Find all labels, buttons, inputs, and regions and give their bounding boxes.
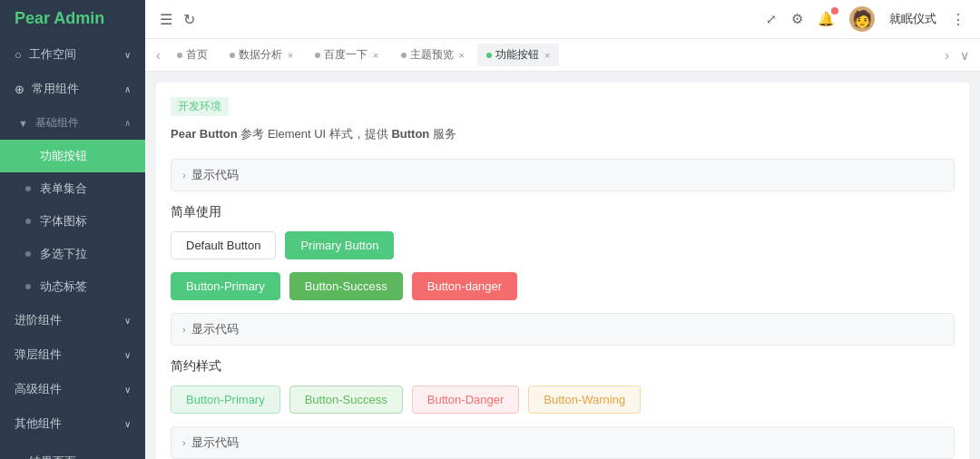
section-title-simple-use: 简单使用 (171, 204, 955, 220)
tab-data-analysis-dot (230, 53, 235, 58)
btn-danger-solid[interactable]: Button-danger (412, 272, 517, 300)
form-collection-label: 表单集合 (40, 181, 87, 197)
desc-bold1: Pear Button (171, 127, 238, 141)
btn-primary-light[interactable]: Button-Primary (171, 386, 280, 414)
basic-components-icon: ▼ (18, 118, 28, 129)
function-buttons-label: 功能按钮 (40, 148, 87, 164)
notification-icon[interactable]: 🔔 (818, 11, 835, 27)
section-title-compact: 简约样式 (171, 358, 955, 375)
expand-icon[interactable]: ⤢ (766, 12, 777, 26)
sidebar-item-basic-components[interactable]: ▼ 基础组件 ∧ (0, 106, 145, 140)
button-row-1: Default Button Primary Button (171, 231, 955, 259)
show-code-toggle-2[interactable]: › 显示代码 (171, 313, 955, 346)
sidebar-item-workspace[interactable]: ○ 工作空间 ∨ (0, 37, 145, 72)
show-code-label-2: 显示代码 (191, 321, 239, 337)
result-pages-icon: ○ (15, 455, 22, 460)
highlevel-chevron: ∨ (124, 385, 131, 395)
code-chevron-1: › (182, 170, 186, 181)
show-code-toggle-1[interactable]: › 显示代码 (171, 159, 955, 191)
sidebar-item-high-level-components[interactable]: 高级组件 ∨ (0, 372, 145, 406)
desc-text2: 服务 (433, 127, 456, 141)
menu-icon[interactable]: ☰ (160, 11, 172, 28)
show-code-toggle-3[interactable]: › 显示代码 (171, 426, 955, 459)
tabs-expand-btn[interactable]: ∨ (956, 46, 973, 64)
btn-success-light[interactable]: Button-Success (289, 386, 403, 414)
sidebar-item-advanced-components[interactable]: 进阶组件 ∨ (0, 303, 145, 337)
common-label: 常用组件 (32, 81, 79, 97)
tab-function-buttons[interactable]: 功能按钮 × (477, 44, 559, 66)
tab-baidu-dot (315, 53, 320, 58)
tabs-next-btn[interactable]: › (941, 46, 953, 64)
tab-home[interactable]: 首页 (168, 44, 217, 66)
popup-chevron: ∨ (124, 350, 131, 360)
basic-components-label: 基础组件 (35, 115, 79, 131)
basic-components-chevron: ∧ (124, 118, 131, 128)
sidebar-item-function-buttons[interactable]: 功能按钮 (0, 140, 145, 172)
highlevel-label: 高级组件 (15, 381, 62, 397)
tab-theme-preview[interactable]: 主题预览 × (392, 44, 474, 66)
sidebar-item-font-icons[interactable]: 字体图标 (0, 205, 145, 238)
tab-theme-preview-dot (401, 53, 407, 58)
btn-warning-light[interactable]: Button-Warning (528, 386, 641, 414)
function-buttons-dot (25, 153, 31, 159)
popup-label: 弹层组件 (15, 347, 62, 363)
more-icon[interactable]: ⋮ (951, 11, 965, 28)
tab-function-buttons-dot (486, 53, 492, 58)
tab-data-analysis[interactable]: 数据分析 × (220, 44, 302, 66)
workspace-label: 工作空间 (29, 46, 76, 63)
font-icons-dot (25, 219, 31, 224)
btn-primary[interactable]: Primary Button (285, 231, 394, 259)
sidebar-item-dynamic-tags[interactable]: 动态标签 (0, 270, 145, 303)
sidebar-item-other-components[interactable]: 其他组件 ∨ (0, 406, 145, 441)
sidebar-item-form-collection[interactable]: 表单集合 (0, 172, 145, 205)
show-code-label-3: 显示代码 (191, 435, 239, 451)
tab-baidu[interactable]: 百度一下 × (306, 44, 387, 66)
page-description: Pear Button 参考 Element UI 样式，提供 Button 服… (171, 125, 955, 144)
sidebar-group-workspace: ○ 工作空间 ∨ (0, 37, 145, 72)
button-row-3: Button-Primary Button-Success Button-Dan… (171, 386, 955, 414)
tabs-prev-btn[interactable]: ‹ (152, 46, 164, 64)
show-code-label-1: 显示代码 (191, 167, 239, 183)
tab-baidu-label: 百度一下 (324, 47, 368, 63)
sidebar: Pear Admin ○ 工作空间 ∨ ⊕ 常用组件 ∧ ▼ 基础组件 ∧ (0, 0, 145, 459)
advanced-chevron: ∨ (124, 316, 131, 326)
tab-home-label: 首页 (186, 47, 208, 63)
sidebar-item-result-pages[interactable]: ○ 结果页面 ∨ (0, 444, 145, 459)
sidebar-item-common-components[interactable]: ⊕ 常用组件 ∧ (0, 72, 145, 106)
tab-data-analysis-close[interactable]: × (288, 50, 293, 61)
multi-select-dot (25, 251, 31, 257)
refresh-icon[interactable]: ↻ (183, 11, 195, 28)
desc-text: 参考 Element UI 样式，提供 (240, 127, 391, 141)
avatar-image: 🧑 (852, 9, 872, 29)
other-label: 其他组件 (15, 415, 62, 432)
sidebar-logo[interactable]: Pear Admin (0, 0, 145, 37)
main-area: ☰ ↻ ⤢ ⚙ 🔔 🧑 就眠仪式 ⋮ ‹ 首页 数据分析 × (145, 0, 980, 459)
content-area: 开发环境 Pear Button 参考 Element UI 样式，提供 But… (145, 72, 980, 459)
btn-danger-light[interactable]: Button-Danger (412, 386, 520, 414)
tab-home-dot (177, 53, 182, 58)
common-icon: ⊕ (15, 83, 24, 96)
settings-icon[interactable]: ⚙ (791, 11, 803, 27)
code-chevron-3: › (182, 437, 186, 448)
sidebar-item-multi-select[interactable]: 多选下拉 (0, 238, 145, 270)
dynamic-tags-label: 动态标签 (40, 278, 87, 295)
dynamic-tags-dot (25, 284, 31, 289)
workspace-icon: ○ (15, 48, 22, 62)
username-label[interactable]: 就眠仪式 (889, 11, 936, 27)
avatar[interactable]: 🧑 (849, 6, 875, 32)
sidebar-item-popup-components[interactable]: 弹层组件 ∨ (0, 337, 145, 372)
tab-theme-preview-label: 主题预览 (410, 47, 454, 63)
btn-primary-solid[interactable]: Button-Primary (171, 272, 280, 300)
tab-function-buttons-close[interactable]: × (544, 50, 550, 61)
common-chevron: ∧ (124, 84, 131, 94)
tab-baidu-close[interactable]: × (373, 50, 378, 61)
tabs-bar: ‹ 首页 数据分析 × 百度一下 × 主题预览 × 功能按钮 × › ∨ (145, 39, 980, 72)
btn-success-solid[interactable]: Button-Success (289, 272, 403, 300)
btn-default[interactable]: Default Button (171, 231, 276, 259)
env-badge: 开发环境 (171, 97, 229, 116)
font-icons-label: 字体图标 (40, 213, 87, 230)
notification-badge (831, 7, 838, 15)
tab-theme-preview-close[interactable]: × (459, 50, 465, 61)
other-chevron: ∨ (124, 419, 131, 429)
desc-bold2: Button (391, 127, 429, 141)
